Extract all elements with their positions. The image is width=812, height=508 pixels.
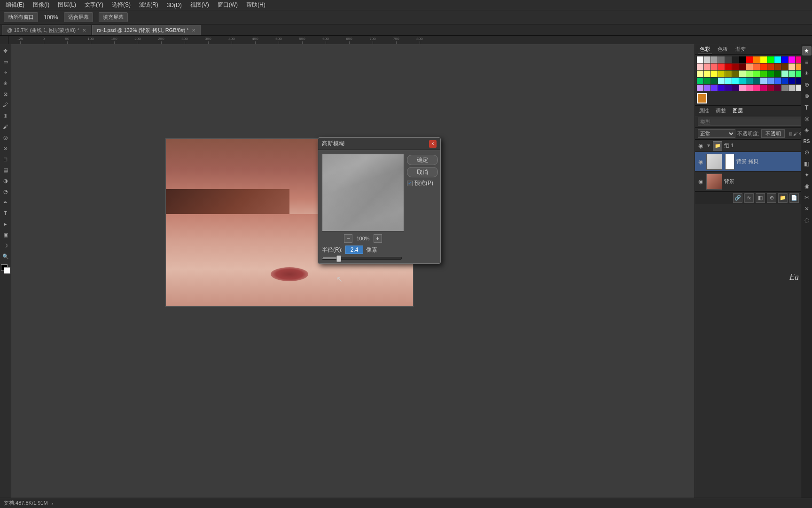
- layer-action-new[interactable]: 📄: [789, 193, 799, 203]
- fit-screen-button[interactable]: 适合屏幕: [64, 12, 93, 22]
- s4-12[interactable]: [774, 78, 781, 84]
- s5-12[interactable]: [774, 85, 781, 91]
- gaussian-preview-checkbox[interactable]: ✓: [407, 181, 413, 186]
- s3-4[interactable]: [718, 71, 725, 77]
- layer-eye-group[interactable]: ◉: [697, 142, 704, 150]
- s3-8[interactable]: [746, 71, 753, 77]
- s5-11[interactable]: [767, 85, 774, 91]
- menu-filter[interactable]: 滤镜(R): [135, 0, 162, 10]
- fr-icon-target[interactable]: ⊙: [802, 148, 812, 157]
- s5-4[interactable]: [718, 85, 725, 91]
- swatch-yellow[interactable]: [760, 56, 767, 63]
- layer-group-1[interactable]: ◉ ▼ 📁 组 1: [695, 140, 812, 152]
- fr-icon-circle[interactable]: ◎: [802, 114, 812, 123]
- layer-tab-layers[interactable]: 图层: [731, 106, 745, 115]
- gaussian-cancel-button[interactable]: 取消: [407, 167, 438, 177]
- layer-tab-adjust[interactable]: 调整: [714, 106, 728, 115]
- fr-icon-adjust[interactable]: ☀: [802, 69, 812, 78]
- tool-hand[interactable]: ☽: [1, 241, 10, 250]
- fr-icon-color[interactable]: ★: [802, 46, 812, 56]
- layer-action-mask[interactable]: ◧: [756, 193, 765, 203]
- swatch-red[interactable]: [746, 56, 753, 63]
- s4-6[interactable]: [732, 78, 739, 84]
- s3-1[interactable]: [697, 71, 703, 77]
- swatch-green[interactable]: [767, 56, 774, 63]
- layer-action-link[interactable]: 🔗: [733, 193, 742, 203]
- tool-dodge[interactable]: ◔: [1, 187, 10, 196]
- s4-4[interactable]: [718, 78, 725, 84]
- tool-blur[interactable]: ◑: [1, 176, 10, 185]
- tool-lasso[interactable]: ⌖: [1, 68, 10, 77]
- foreground-background-colors[interactable]: [1, 264, 10, 274]
- s4-5[interactable]: [725, 78, 732, 84]
- s5-3[interactable]: [711, 85, 718, 91]
- menu-view[interactable]: 视图(V): [187, 0, 213, 10]
- gaussian-radius-input[interactable]: [345, 246, 363, 254]
- s5-9[interactable]: [753, 85, 760, 91]
- s3-9[interactable]: [753, 71, 760, 77]
- fr-icon-scissors[interactable]: ✂: [802, 193, 812, 202]
- fr-icon-close[interactable]: ✕: [802, 204, 812, 214]
- current-color-swatch[interactable]: [697, 93, 707, 103]
- s5-10[interactable]: [760, 85, 767, 91]
- layer-eye-bg[interactable]: ◉: [697, 178, 704, 185]
- layer-bg-copy[interactable]: ◉ 背景 拷贝: [695, 152, 812, 172]
- fr-icon-star[interactable]: ✦: [802, 170, 812, 180]
- tool-select-rect[interactable]: ▭: [1, 57, 10, 66]
- s3-3[interactable]: [711, 71, 718, 77]
- menu-layer[interactable]: 图层(L): [54, 0, 80, 10]
- gaussian-dialog-titlebar[interactable]: 高斯模糊 ×: [318, 138, 440, 150]
- s5-5[interactable]: [725, 85, 732, 91]
- s5-14[interactable]: [789, 85, 795, 91]
- s3-2[interactable]: [704, 71, 710, 77]
- swatch-dkgray[interactable]: [718, 56, 725, 63]
- tool-zoom[interactable]: 🔍: [1, 252, 10, 261]
- gradient-tab[interactable]: 渐变: [734, 45, 748, 54]
- gaussian-slider-thumb[interactable]: [336, 255, 341, 262]
- group-expand-arrow[interactable]: ▼: [706, 143, 711, 148]
- fr-icon-layers[interactable]: ◧: [802, 159, 812, 168]
- gaussian-slider-track[interactable]: [322, 257, 402, 260]
- tool-path-select[interactable]: ▸: [1, 219, 10, 229]
- s2-9[interactable]: [753, 64, 760, 70]
- s2-10[interactable]: [760, 64, 767, 70]
- menu-select[interactable]: 选择(S): [108, 0, 134, 10]
- canvas-area[interactable]: 高斯模糊 × − 100% +: [11, 44, 695, 498]
- all-windows-button[interactable]: 动所有窗口: [4, 12, 38, 22]
- gaussian-preview-checkbox-row[interactable]: ✓ 预览(P): [407, 179, 438, 187]
- lock-pixels[interactable]: 🖌: [793, 131, 798, 136]
- s4-13[interactable]: [781, 78, 788, 84]
- s3-14[interactable]: [789, 71, 795, 77]
- s2-12[interactable]: [774, 64, 781, 70]
- tool-history-brush[interactable]: ⊙: [1, 143, 10, 153]
- s3-12[interactable]: [774, 71, 781, 77]
- layer-tab-properties[interactable]: 属性: [697, 106, 711, 115]
- tool-move[interactable]: ✥: [1, 46, 10, 56]
- s3-6[interactable]: [732, 71, 739, 77]
- s5-2[interactable]: [704, 85, 710, 91]
- s2-6[interactable]: [732, 64, 739, 70]
- fr-icon-grid[interactable]: ◈: [802, 125, 812, 135]
- swatch-dk2gray[interactable]: [725, 56, 732, 63]
- s4-3[interactable]: [711, 78, 718, 84]
- s2-2[interactable]: [704, 64, 710, 70]
- opacity-input[interactable]: [761, 129, 785, 138]
- menu-3d[interactable]: 3D(D): [163, 1, 186, 9]
- fr-icon-brush[interactable]: ≡: [802, 57, 812, 67]
- tool-eraser[interactable]: ◻: [1, 154, 10, 164]
- tool-brush[interactable]: 🖌: [1, 122, 10, 131]
- s3-11[interactable]: [767, 71, 774, 77]
- s5-7[interactable]: [739, 85, 746, 91]
- swatch-magenta[interactable]: [789, 56, 795, 63]
- fr-icon-ring[interactable]: ◌: [802, 215, 812, 225]
- s2-3[interactable]: [711, 64, 718, 70]
- tool-eyedropper[interactable]: 🖋: [1, 100, 10, 110]
- menu-text[interactable]: 文字(Y): [81, 0, 107, 10]
- layer-search-input[interactable]: [698, 118, 804, 126]
- tool-gradient[interactable]: ▤: [1, 165, 10, 175]
- swatch-gray[interactable]: [711, 56, 718, 63]
- gaussian-zoom-in[interactable]: +: [374, 234, 382, 243]
- fr-icon-fill[interactable]: ◉: [802, 182, 812, 191]
- tab-rx1[interactable]: rx-1.psd @ 132% (背景 拷贝, RGB/8#) * ✕: [92, 25, 201, 35]
- swatch-dk3gray[interactable]: [732, 56, 739, 63]
